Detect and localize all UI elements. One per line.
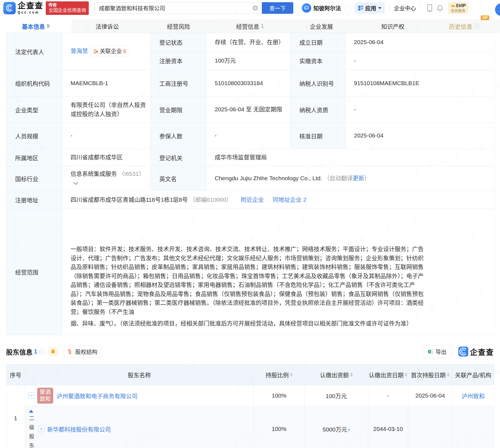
- tab-operation-risk[interactable]: 经营风险: [143, 19, 214, 33]
- table-header-row: 序号 股东名称 持股比例 认缴出资额 认缴出资日期 首次持股日期 关联产品/机构: [6, 365, 494, 385]
- col-label: 持股比例: [266, 371, 289, 379]
- tab-label: 经营信息: [236, 22, 259, 30]
- field-label-legal-rep: 法定代表人: [6, 33, 62, 70]
- excel-icon: X: [428, 349, 433, 354]
- legal-rep-link[interactable]: 曾海慧: [71, 48, 88, 54]
- field-value-authority: 成华市场监督管理局: [206, 149, 494, 166]
- shareholder-level-label: 二级股东: [28, 415, 35, 448]
- related-companies-count: 6: [123, 47, 126, 56]
- site-header: 企查查 Qcc.com 传奇 全国企业信用查询 ✕ 查一下 Ci 知彼阿尔法: [0, 0, 500, 16]
- apps-button[interactable]: 应用: [355, 2, 385, 14]
- expand-button[interactable]: +: [38, 426, 44, 432]
- info-icon[interactable]: i: [474, 23, 479, 29]
- sort-icon[interactable]: [350, 373, 353, 377]
- chevron-down-icon[interactable]: [73, 180, 78, 185]
- monitor-bell-button[interactable]: [48, 347, 58, 356]
- svip-badge[interactable]: SVIP 会员服务: [448, 2, 468, 14]
- scope-text-part2: 烟、异味、废气）。（依法须经批准的项目，经相关部门批准后方可开展经营活动，具体经…: [71, 319, 428, 328]
- shareholder-sub-row: 二级股东 + 新华都科技股份有限公司 100% 5000万元› 2044-03-…: [6, 406, 494, 448]
- field-value-reg-status: 存续（在营、开业、在册）: [206, 33, 291, 52]
- nearby-companies-link[interactable]: 附近企业: [241, 196, 264, 203]
- same-address-count: 2: [303, 196, 307, 203]
- field-label-paid-capital: 实缴资本: [291, 52, 346, 70]
- shareholders-table: 序号 股东名称 持股比例 认缴出资额 认缴出资日期 首次持股日期 关联产品/机构…: [6, 364, 494, 448]
- promo-line1: 传奇: [49, 2, 86, 8]
- industry-name: 信息系统集成服务: [71, 171, 117, 177]
- same-address-link[interactable]: 同地址企业 2: [273, 196, 307, 203]
- field-label-biz-term: 营业期限: [150, 97, 206, 123]
- sort-icon[interactable]: [447, 373, 450, 377]
- field-label-staff-size: 人员规模: [6, 123, 62, 149]
- tab-history-info[interactable]: VIP 历史信息 i: [429, 19, 500, 33]
- search-input[interactable]: [94, 2, 262, 14]
- field-label-taxpayer-id: 纳税人识别号: [291, 70, 346, 97]
- zhibei-alpha-button[interactable]: Ci 知彼阿尔法: [300, 2, 346, 14]
- en-name-update-link[interactable]: 更新: [353, 175, 364, 181]
- tab-label: 历史信息: [449, 22, 472, 30]
- col-subscribed-date[interactable]: 认缴出资日期: [368, 365, 408, 385]
- notification-bell-icon[interactable]: [437, 4, 443, 12]
- avatar-line2: 致和: [40, 396, 51, 403]
- col-subscribed-amount[interactable]: 认缴出资额: [305, 365, 368, 385]
- same-address-label: 同地址企业: [273, 196, 302, 203]
- header-right: Ci 知彼阿尔法 应用 企业中心: [300, 2, 468, 14]
- crown-icon: [451, 4, 455, 7]
- floating-service-button[interactable]: [495, 3, 500, 16]
- subscribed-date-value: 2044-03-10: [368, 406, 408, 448]
- clear-search-icon[interactable]: ✕: [252, 5, 258, 11]
- tab-enterprise-development[interactable]: 企业发展: [286, 19, 357, 33]
- promo-badge: 传奇 全国企业信用查询: [46, 1, 89, 15]
- tab-label: 企业发展: [310, 22, 333, 30]
- subscribed-date-value: -: [368, 385, 408, 406]
- qcc-watermark-logo: 企查查: [458, 346, 494, 357]
- shareholder-company-link[interactable]: 泸州聚酒致和电子商务有限公司: [57, 392, 138, 400]
- tab-count: 1: [261, 23, 264, 29]
- search-button[interactable]: 查一下: [262, 2, 293, 14]
- related-company-icon: [93, 49, 98, 54]
- mobile-app-icon[interactable]: [427, 4, 432, 12]
- field-value-paid-capital: -: [346, 52, 494, 70]
- related-companies-button[interactable]: 关联企业 6: [91, 46, 129, 57]
- tab-label: 基本信息: [22, 22, 45, 30]
- first-hold-date-value: 2025-06-04: [408, 385, 452, 406]
- tab-intellectual-property[interactable]: 知识产权: [357, 19, 429, 33]
- address-links: 附近企业 同地址企业 2: [241, 196, 313, 203]
- col-label: 认缴出资日期: [369, 371, 404, 379]
- sub-shareholder-company-link[interactable]: 新华都科技股份有限公司: [47, 425, 111, 433]
- address-text: 四川省成都市成华区青城山路118号1栋1层8号: [71, 196, 188, 203]
- related-product-link[interactable]: 泸州致和: [462, 393, 485, 399]
- equity-structure-button[interactable]: 股权结构: [64, 346, 101, 358]
- row-seq: 1: [6, 385, 25, 448]
- col-ratio[interactable]: 持股比例: [254, 365, 305, 385]
- collapse-button[interactable]: −: [28, 393, 34, 399]
- export-button[interactable]: X 导出: [423, 345, 452, 358]
- col-first-hold-date[interactable]: 首次持股日期: [408, 365, 452, 385]
- field-label-industry: 国标行业: [6, 166, 62, 191]
- sort-icon[interactable]: [405, 373, 407, 377]
- field-label-company-type: 企业类型: [6, 97, 62, 123]
- field-value-org-code: MAEMCBLB-1: [62, 70, 150, 97]
- related-companies-label: 关联企业: [100, 47, 122, 56]
- search-area: ✕ 查一下: [94, 2, 293, 14]
- collapse-triangle-icon[interactable]: [29, 410, 33, 413]
- tab-legal-litigation[interactable]: 法律诉讼: [71, 19, 143, 33]
- field-value-taxpayer-qual: -: [346, 97, 494, 123]
- qcc-logo[interactable]: 企查查 Qcc.com: [3, 2, 43, 14]
- field-value-industry: 信息系统集成服务 （I6531）: [62, 166, 150, 191]
- field-value-biz-reg-no: 510108003033184: [206, 70, 291, 97]
- tab-basic-info[interactable]: 基本信息 9: [0, 19, 71, 33]
- level-strip: 二级股东: [27, 406, 36, 448]
- field-label-biz-reg-no: 工商注册号: [150, 70, 206, 97]
- sort-icon[interactable]: [290, 373, 293, 377]
- chevron-right-icon[interactable]: ›: [348, 426, 350, 433]
- field-label-address: 注册地址: [6, 191, 62, 209]
- info-icon[interactable]: i: [39, 349, 44, 354]
- sub-shareholder-name-cell: 二级股东 + 新华都科技股份有限公司: [25, 406, 254, 448]
- field-label-org-code: 组织机构代码: [6, 70, 62, 97]
- zhibei-alpha-label: 知彼阿尔法: [313, 4, 341, 12]
- field-value-scope: 一般项目：软件开发；技术服务、技术开发、技术咨询、技术交流、技术转让、技术推广；…: [62, 209, 494, 335]
- tab-label: 经营风险: [167, 22, 190, 30]
- tab-operation-info[interactable]: 经营信息 1: [214, 19, 286, 33]
- vip-badge: VIP: [481, 15, 489, 20]
- enterprise-center-link[interactable]: 企业中心: [394, 4, 416, 12]
